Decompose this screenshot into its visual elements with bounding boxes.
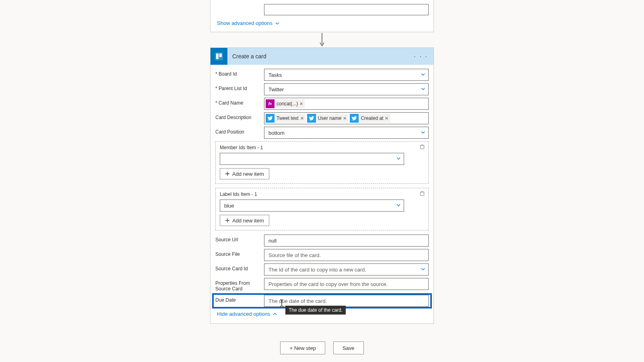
chevron-down-icon [275,21,280,26]
trello-icon [211,48,227,65]
svg-rect-2 [216,53,219,59]
remove-token-icon[interactable]: ✕ [300,116,304,121]
source-url-label: Source Url [215,234,264,243]
card-desc-field[interactable]: Tweet text ✕ User name ✕ Created at ✕ [264,112,429,124]
add-label-item-button[interactable]: Add new item [220,215,269,226]
chevron-up-icon [272,312,277,317]
flow-actions: + New step Save [210,341,434,354]
tweet-text-token[interactable]: Tweet text ✕ [266,114,305,123]
twitter-icon [266,114,275,123]
concat-expression-token[interactable]: fx concat(...) ✕ [266,99,305,108]
remove-token-icon[interactable]: ✕ [299,101,303,107]
member-ids-select[interactable] [220,153,404,165]
label-ids-group: Label Ids Item - 1 Add new item [215,188,429,230]
due-date-input[interactable] [264,295,429,307]
show-advanced-label: Show advanced options [217,20,272,26]
fx-icon: fx [266,99,275,108]
props-from-source-input[interactable] [264,278,429,290]
board-id-label: * Board Id [215,69,264,77]
remove-token-icon[interactable]: ✕ [343,116,347,121]
member-ids-label: Member Ids Item - 1 [220,145,424,150]
add-member-item-button[interactable]: Add new item [220,168,269,179]
card-name-field[interactable]: fx concat(...) ✕ [264,98,429,110]
show-advanced-link[interactable]: Show advanced options [215,19,429,27]
label-ids-input[interactable] [220,200,404,212]
source-card-id-select[interactable] [264,263,429,276]
source-card-id-input[interactable] [264,263,429,276]
svg-rect-5 [421,192,424,196]
parent-list-label: * Parent List Id [215,83,264,91]
board-id-input[interactable] [264,69,429,81]
save-button[interactable]: Save [333,341,364,354]
created-at-token[interactable]: Created at ✕ [350,114,390,123]
svg-rect-3 [219,53,222,57]
plus-icon [225,218,230,223]
user-name-token[interactable]: User name ✕ [307,114,349,123]
hide-advanced-label: Hide advanced options [217,311,270,317]
source-file-input[interactable] [264,249,429,261]
previous-step-card: Show advanced options [210,0,434,32]
due-date-tooltip: The due date of the card. [285,306,346,315]
source-file-label: Source File [215,249,264,257]
board-id-select[interactable] [264,69,429,81]
twitter-icon [307,114,316,123]
create-card-step: Create a card · · · * Board Id * Parent … [210,47,434,324]
due-date-label: Due Date [215,295,264,303]
card-position-label: Card Position [215,127,264,135]
remove-token-icon[interactable]: ✕ [385,116,388,121]
svg-rect-4 [421,146,424,149]
card-position-select[interactable] [264,127,429,139]
card-position-input[interactable] [264,127,429,139]
flow-connector-arrow [210,32,434,47]
source-url-input[interactable] [264,234,429,247]
card-name-label: * Card Name [215,98,264,106]
label-ids-select[interactable] [220,200,404,212]
delete-item-icon[interactable] [419,144,425,151]
member-ids-input[interactable] [220,153,404,165]
previous-input-stub [264,4,429,15]
delete-item-icon[interactable] [419,191,425,198]
props-from-source-label: Properties From Source Card [215,278,264,292]
label-ids-label: Label Ids Item - 1 [220,191,424,197]
source-card-id-label: Source Card Id [215,263,264,272]
step-menu-ellipsis[interactable]: · · · [412,51,429,62]
form-body: * Board Id * Parent List Id * Card Name … [211,65,433,323]
new-step-button[interactable]: + New step [280,341,325,354]
card-desc-label: Card Description [215,112,264,120]
plus-icon [225,171,230,176]
member-ids-group: Member Ids Item - 1 Add new item [215,141,429,184]
twitter-icon [350,114,359,123]
parent-list-input[interactable] [264,83,429,95]
step-title: Create a card [232,53,407,60]
step-header[interactable]: Create a card · · · [211,48,433,65]
parent-list-select[interactable] [264,83,429,95]
